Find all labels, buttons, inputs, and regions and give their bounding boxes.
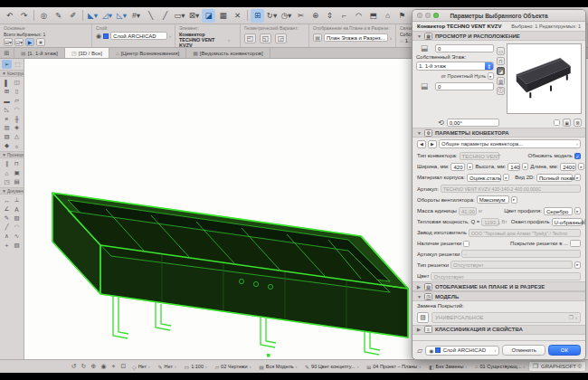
- edge-profile-popup-button[interactable]: ▸: [584, 218, 585, 225]
- roof-level-icon[interactable]: ⌂: [381, 9, 394, 23]
- quick-marker-option-2[interactable]: ✎ Нет ›: [156, 364, 179, 370]
- section-tool-icon[interactable]: ∥: [2, 159, 12, 168]
- section-model[interactable]: ▼ ◳ МОДЕЛЬ: [413, 291, 585, 301]
- material-field[interactable]: Оцинк.сталь: [467, 174, 501, 182]
- wall-tool-icon[interactable]: ▌: [2, 78, 12, 87]
- schedule-icon[interactable]: ▦: [216, 9, 230, 23]
- toolbox-projections-caption[interactable]: ▼ Проекции: [0, 151, 24, 158]
- arrow-tool-icon[interactable]: ➢: [2, 60, 12, 69]
- section-preview-position[interactable]: ▼ ▣ ПРОСМОТР И РАСПОЛОЖЕНИЕ: [413, 31, 585, 41]
- shell-tool-icon[interactable]: ◠: [12, 105, 22, 114]
- fit-in-window-icon[interactable]: ⊡: [119, 363, 128, 370]
- length-field[interactable]: 2400: [560, 163, 576, 171]
- length-popup-button[interactable]: ▸: [578, 163, 584, 170]
- hotspot-tool-icon[interactable]: +: [2, 241, 12, 250]
- close-view-icon[interactable]: ✕: [231, 9, 244, 23]
- trim-icon[interactable]: ⌐: [337, 9, 351, 23]
- preview-option-a-button[interactable]: ▣: [563, 119, 571, 127]
- selection-shape-combo-icon[interactable]: ▭▾: [173, 9, 186, 23]
- coating-chevron-icon[interactable]: ›: [575, 315, 577, 320]
- split-icon[interactable]: ✂: [294, 9, 308, 23]
- view2d-popup-button[interactable]: ▸: [574, 174, 581, 181]
- preview-plan-icon[interactable]: ▭: [497, 47, 505, 55]
- polyline-tool-icon[interactable]: ∧: [2, 232, 12, 241]
- roof-tool-icon[interactable]: ◺: [2, 105, 12, 114]
- undo-icon[interactable]: ↶: [3, 9, 16, 23]
- home-story-select[interactable]: 1. 1-й этаж ⇕: [416, 62, 494, 71]
- width-field[interactable]: 420: [450, 163, 465, 171]
- profile-color-popup-button[interactable]: ▸: [574, 207, 581, 214]
- morph-tool-icon[interactable]: ◈: [12, 123, 22, 132]
- layer-chevron-icon[interactable]: ›: [169, 33, 171, 39]
- door-tool-icon[interactable]: ◫: [12, 78, 22, 87]
- arrow-mode-icon[interactable]: ▶: [25, 38, 34, 46]
- display-mode-selector[interactable]: План Этажа и Разрез...: [324, 33, 388, 42]
- mesh-tool-icon[interactable]: △: [12, 132, 22, 141]
- view2d-field[interactable]: Полный показ: [536, 174, 573, 182]
- dialog-title-bar[interactable]: Параметры Выбранного Объекта: [413, 10, 585, 22]
- element-settings-combo-icon[interactable]: ⊡▾: [14, 38, 24, 46]
- quick-scale[interactable]: ▭ 1:100 ›: [182, 364, 210, 370]
- bottom-elevation-field[interactable]: 0: [435, 82, 494, 90]
- update-model-checkbox[interactable]: ✓: [574, 153, 581, 159]
- interior-elevation-tool-icon[interactable]: ⌂: [2, 168, 12, 177]
- quick-marker-option-1[interactable]: ◇ Нет ›: [129, 364, 153, 370]
- level-dimension-tool-icon[interactable]: ⊥: [12, 195, 22, 204]
- dimension-tool-icon[interactable]: ↔: [2, 195, 12, 204]
- stair-tool-icon[interactable]: ≡: [2, 114, 12, 123]
- section-classification[interactable]: ▶ ≡ КЛАССИФИКАЦИЯ И СВОЙСТВА: [413, 325, 585, 335]
- element-chevron-icon[interactable]: ›: [228, 37, 230, 43]
- fill-tool-icon[interactable]: ▨: [12, 214, 22, 223]
- material-popup-button[interactable]: ▸: [503, 174, 509, 181]
- guide-lines-icon[interactable]: ╲: [144, 9, 157, 23]
- preview-data-icon[interactable]: ▥: [497, 77, 505, 85]
- params-forward-button[interactable]: ▶: [428, 140, 437, 148]
- tab-schedule[interactable]: ▦ [Ведомость конвекторов]: [186, 48, 270, 58]
- preview-3d-icon[interactable]: ◪: [497, 67, 505, 75]
- zone-tool-icon[interactable]: ▨: [2, 132, 12, 141]
- story-stepper-icon[interactable]: ⇕: [485, 62, 493, 70]
- top-elevation-field[interactable]: 0: [435, 44, 494, 52]
- fan-speed-field[interactable]: Максимум: [477, 195, 509, 204]
- mirror-checkbox[interactable]: [554, 119, 560, 126]
- quick-renovation-filter[interactable]: ⌂ 01 Существующ... ›: [472, 364, 527, 370]
- rotation-angle-field[interactable]: 0,00°: [447, 119, 499, 127]
- width-popup-button[interactable]: ▸: [467, 163, 473, 170]
- layer-selector[interactable]: Слой ARCHICAD: [110, 32, 167, 40]
- virtual-trace-icon[interactable]: ◪: [202, 9, 215, 23]
- params-back-button[interactable]: ◀: [417, 140, 426, 148]
- arrowhead-style-combo-icon[interactable]: ◣▾: [86, 9, 100, 23]
- lock-combo-icon[interactable]: ⊠▾: [187, 9, 201, 23]
- orbit-icon[interactable]: ↻: [79, 363, 89, 370]
- quick-graphic-override[interactable]: ◧ Без Замены ›: [426, 364, 469, 370]
- marker-style-combo-icon[interactable]: ◺▾: [115, 9, 128, 23]
- camera-tool-icon[interactable]: ▣: [12, 168, 22, 177]
- look-to-icon[interactable]: ◉: [99, 363, 109, 370]
- box-3d-icon[interactable]: ⬒: [366, 9, 380, 23]
- spline-tool-icon[interactable]: ∿: [12, 232, 22, 241]
- toolbox-documentation-caption[interactable]: ▼ Документирование: [0, 187, 24, 195]
- worksheet-tool-icon[interactable]: ▤: [12, 177, 22, 186]
- section-convector-params[interactable]: ▼ ⚙ ПАРАМЕТРЫ КОНВЕКТОРА: [413, 128, 585, 138]
- section-plan-display[interactable]: ▶ ▤ ОТОБРАЖЕНИЕ НА ПЛАНЕ И В РАЗРЕЗЕ: [413, 281, 585, 291]
- layer-select[interactable]: ◉ Слой ARCHICAD ›: [425, 346, 499, 356]
- quick-pen-set[interactable]: ✎ 90 Цвет концепту... ›: [302, 364, 361, 370]
- minimize-window-button[interactable]: [425, 13, 431, 18]
- quick-model-view-options[interactable]: ⊞ 04 Проект – Планы ›: [364, 364, 423, 370]
- edge-profile-field[interactable]: U-образный: [552, 218, 583, 226]
- element-name[interactable]: Конвектор TECHNO VENT KVZV: [179, 32, 226, 47]
- zoom-tool-icon[interactable]: ⊕: [89, 363, 99, 370]
- walk-mode-icon[interactable]: ⌖: [109, 363, 119, 370]
- column-tool-icon[interactable]: ▯: [12, 87, 22, 96]
- snap-grid-combo-icon[interactable]: #▾: [129, 9, 143, 23]
- height-popup-button[interactable]: ▸: [522, 163, 528, 170]
- 3d-document-tool-icon[interactable]: ◳: [2, 177, 12, 186]
- ok-button[interactable]: ОК: [548, 345, 581, 356]
- window-tool-icon[interactable]: ⊞: [2, 87, 12, 96]
- params-page-combo[interactable]: Общие параметры конвектора... ›: [439, 139, 581, 148]
- rotate-combo-icon[interactable]: ↻▾: [265, 9, 279, 23]
- preview-option-b-button[interactable]: ⊠: [574, 119, 582, 127]
- figure-tool-icon[interactable]: ▧: [12, 241, 22, 250]
- default-settings-combo-icon[interactable]: ⊟▾: [4, 38, 13, 46]
- railing-tool-icon[interactable]: ╫: [12, 114, 22, 123]
